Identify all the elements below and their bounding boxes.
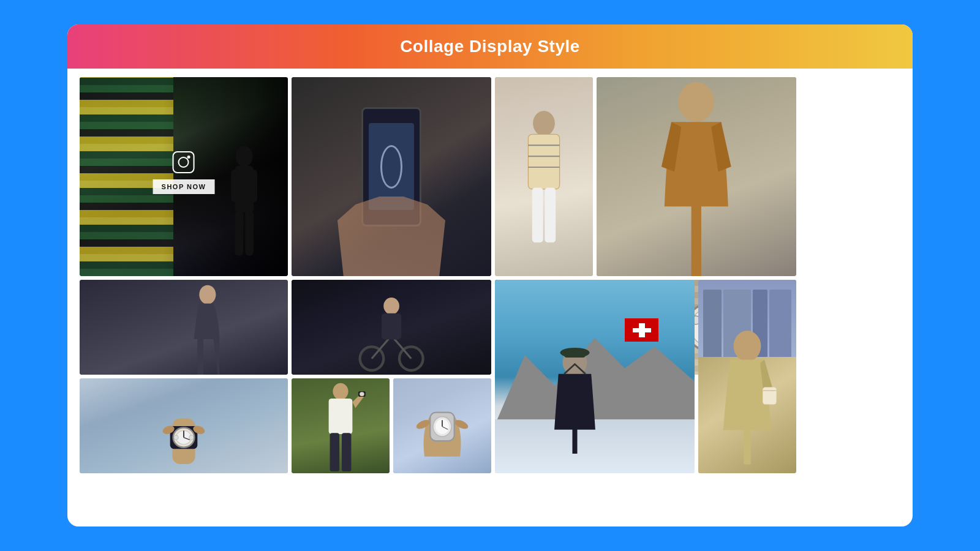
collage-cell-1[interactable]: SHOP NOW: [80, 77, 288, 276]
watch-held: [403, 392, 481, 463]
collage-cell-9[interactable]: [495, 280, 695, 473]
arm-watch: [100, 388, 267, 464]
svg-point-47: [360, 392, 364, 396]
main-card: Collage Display Style: [67, 24, 913, 527]
svg-rect-49: [342, 433, 352, 471]
svg-point-6: [533, 111, 555, 136]
person-mountain: [525, 348, 625, 454]
svg-rect-31: [564, 349, 586, 357]
svg-rect-5: [245, 211, 254, 255]
collage-cell-11[interactable]: [80, 378, 288, 473]
collage-cell-3[interactable]: [495, 77, 593, 276]
swiss-flag: [625, 318, 658, 342]
svg-rect-48: [330, 433, 340, 471]
collage-cell-12[interactable]: [292, 378, 390, 473]
svg-rect-33: [763, 388, 776, 405]
collage-grid: SHOP NOW: [67, 69, 913, 527]
instagram-overlay: SHOP NOW: [153, 151, 215, 194]
collage-cell-10[interactable]: [698, 280, 796, 473]
instagram-icon: [173, 151, 195, 173]
person-silhouette: [225, 127, 263, 276]
svg-point-28: [199, 285, 216, 304]
svg-point-13: [679, 82, 715, 122]
svg-point-40: [174, 435, 178, 439]
person: [524, 77, 564, 276]
svg-point-44: [333, 383, 348, 400]
person: [636, 77, 756, 276]
collage-cell-4[interactable]: [597, 77, 796, 276]
man-sitting: [311, 378, 370, 473]
collage-cell-13[interactable]: [393, 378, 491, 473]
svg-rect-3: [249, 170, 257, 203]
svg-point-32: [734, 331, 761, 361]
cafe-person: [713, 318, 782, 473]
svg-point-0: [236, 146, 253, 167]
svg-rect-2: [231, 170, 239, 203]
svg-rect-12: [545, 187, 556, 242]
header-bar: Collage Display Style: [67, 24, 913, 69]
collage-cell-5[interactable]: [292, 280, 491, 375]
page-title: Collage Display Style: [400, 37, 580, 56]
collage-cell-8[interactable]: [80, 280, 288, 375]
collage-cell-2[interactable]: [292, 77, 491, 276]
person-profile: [142, 280, 267, 375]
svg-rect-4: [235, 211, 243, 255]
svg-rect-7: [528, 134, 559, 189]
svg-rect-45: [329, 399, 353, 434]
svg-rect-20: [382, 313, 401, 339]
person-bike: [322, 290, 461, 375]
shop-now-button[interactable]: SHOP NOW: [153, 179, 215, 194]
svg-point-19: [383, 297, 399, 314]
svg-point-41: [189, 435, 194, 439]
svg-rect-11: [532, 187, 543, 242]
